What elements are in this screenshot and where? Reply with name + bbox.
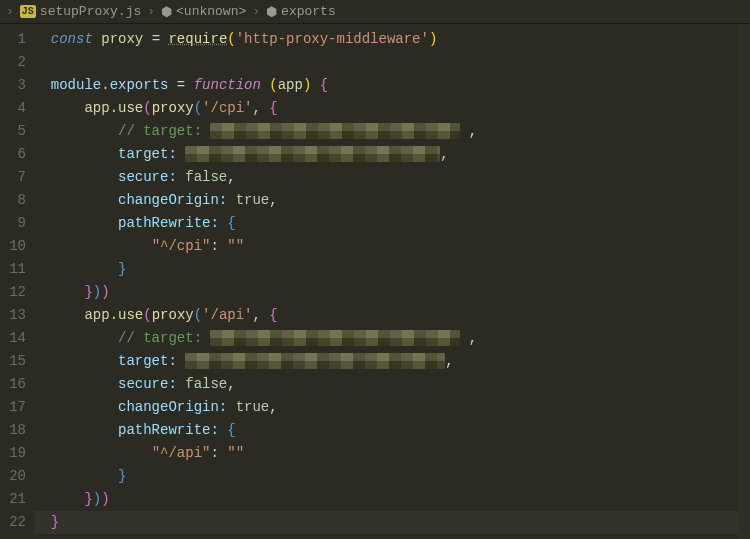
code-body[interactable]: const proxy = require('http-proxy-middle… bbox=[34, 24, 750, 539]
line-number: 17 bbox=[0, 396, 26, 419]
code-line: secure: false, bbox=[34, 166, 750, 189]
code-line: "^/cpi": "" bbox=[34, 235, 750, 258]
chevron-right-icon: › bbox=[252, 4, 260, 19]
line-number: 18 bbox=[0, 419, 26, 442]
code-line: // target: , bbox=[34, 327, 750, 350]
line-number: 1 bbox=[0, 28, 26, 51]
chevron-right-icon: › bbox=[147, 4, 155, 19]
code-line: app.use(proxy('/api', { bbox=[34, 304, 750, 327]
code-line: "^/api": "" bbox=[34, 442, 750, 465]
code-line: target: , bbox=[34, 350, 750, 373]
breadcrumb-file[interactable]: JS setupProxy.js bbox=[20, 4, 141, 19]
line-number: 15 bbox=[0, 350, 26, 373]
line-number: 11 bbox=[0, 258, 26, 281]
line-number: 10 bbox=[0, 235, 26, 258]
code-line: } bbox=[34, 465, 750, 488]
code-line: app.use(proxy('/cpi', { bbox=[34, 97, 750, 120]
code-line: } bbox=[34, 258, 750, 281]
line-number: 9 bbox=[0, 212, 26, 235]
line-number-gutter: 1 2 3 4 5 6 7 8 9 10 11 12 13 14 15 16 1… bbox=[0, 24, 34, 539]
code-line: target: , bbox=[34, 143, 750, 166]
code-line: const proxy = require('http-proxy-middle… bbox=[34, 28, 750, 51]
line-number: 13 bbox=[0, 304, 26, 327]
scrollbar-track[interactable] bbox=[738, 24, 750, 539]
module-cube-icon: ⬢ bbox=[266, 4, 277, 20]
code-line: // target: , bbox=[34, 120, 750, 143]
line-number: 20 bbox=[0, 465, 26, 488]
code-line: pathRewrite: { bbox=[34, 212, 750, 235]
breadcrumb: › JS setupProxy.js › ⬢ <unknown> › ⬢ exp… bbox=[0, 0, 750, 24]
line-number: 21 bbox=[0, 488, 26, 511]
chevron-right-icon: › bbox=[6, 4, 14, 19]
code-line: changeOrigin: true, bbox=[34, 189, 750, 212]
line-number: 8 bbox=[0, 189, 26, 212]
breadcrumb-symbol[interactable]: ⬢ exports bbox=[266, 4, 336, 20]
code-line: })) bbox=[34, 488, 750, 511]
line-number: 6 bbox=[0, 143, 26, 166]
code-line: secure: false, bbox=[34, 373, 750, 396]
code-line: module.exports = function (app) { bbox=[34, 74, 750, 97]
module-cube-icon: ⬢ bbox=[161, 4, 172, 20]
line-number: 3 bbox=[0, 74, 26, 97]
js-file-icon: JS bbox=[20, 5, 36, 18]
line-number: 22 bbox=[0, 511, 26, 534]
code-line: pathRewrite: { bbox=[34, 419, 750, 442]
line-number: 16 bbox=[0, 373, 26, 396]
line-number: 4 bbox=[0, 97, 26, 120]
line-number: 5 bbox=[0, 120, 26, 143]
line-number: 12 bbox=[0, 281, 26, 304]
line-number: 7 bbox=[0, 166, 26, 189]
breadcrumb-symbol-label: exports bbox=[281, 4, 336, 19]
line-number: 19 bbox=[0, 442, 26, 465]
code-line bbox=[34, 51, 750, 74]
code-line: })) bbox=[34, 281, 750, 304]
line-number: 2 bbox=[0, 51, 26, 74]
line-number: 14 bbox=[0, 327, 26, 350]
breadcrumb-symbol-label: <unknown> bbox=[176, 4, 246, 19]
breadcrumb-file-label: setupProxy.js bbox=[40, 4, 141, 19]
code-line: } bbox=[34, 511, 750, 534]
code-editor[interactable]: 1 2 3 4 5 6 7 8 9 10 11 12 13 14 15 16 1… bbox=[0, 24, 750, 539]
breadcrumb-symbol[interactable]: ⬢ <unknown> bbox=[161, 4, 246, 20]
code-line: changeOrigin: true, bbox=[34, 396, 750, 419]
